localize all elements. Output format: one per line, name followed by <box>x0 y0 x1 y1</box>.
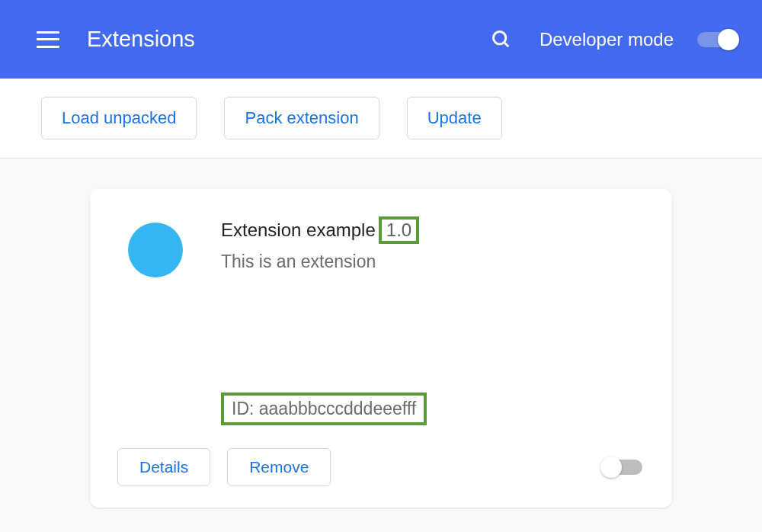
extension-card: Extension example 1.0 This is an extensi… <box>90 189 672 508</box>
header-bar: Extensions Developer mode <box>0 0 762 79</box>
extension-enable-toggle[interactable] <box>600 457 645 478</box>
svg-point-0 <box>493 31 505 43</box>
developer-mode-toggle[interactable] <box>695 29 739 50</box>
hamburger-menu-icon[interactable] <box>37 31 59 48</box>
update-button[interactable]: Update <box>407 97 502 139</box>
search-icon[interactable] <box>491 29 512 50</box>
extension-version: 1.0 <box>379 216 419 244</box>
load-unpacked-button[interactable]: Load unpacked <box>41 97 197 139</box>
svg-line-1 <box>504 42 508 46</box>
developer-mode-label: Developer mode <box>539 29 674 50</box>
remove-button[interactable]: Remove <box>227 448 331 486</box>
page-title: Extensions <box>87 27 195 52</box>
extension-id: ID: aaabbbcccdddeeefff <box>221 393 427 425</box>
content-area: Extension example 1.0 This is an extensi… <box>0 159 762 532</box>
details-button[interactable]: Details <box>117 448 210 486</box>
developer-toolbar: Load unpacked Pack extension Update <box>0 79 762 159</box>
extension-icon <box>128 223 183 277</box>
extension-name: Extension example <box>221 220 376 241</box>
pack-extension-button[interactable]: Pack extension <box>224 97 379 139</box>
extension-description: This is an extension <box>221 252 645 272</box>
